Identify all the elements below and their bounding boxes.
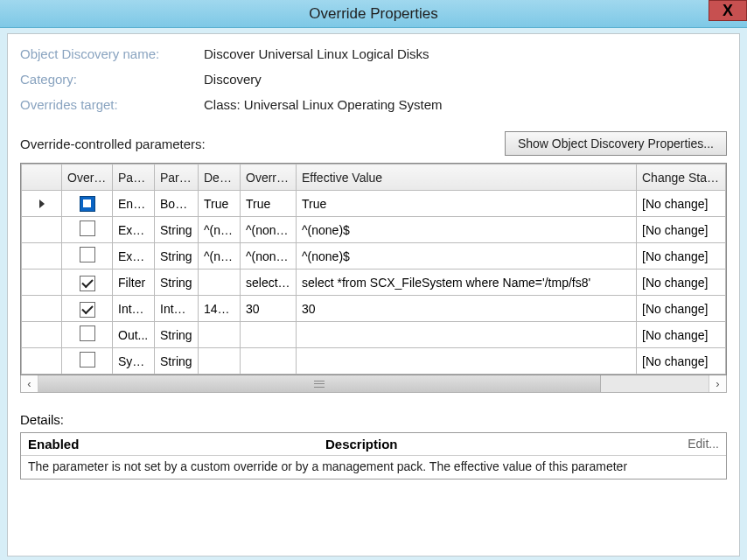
override-checkbox-cell[interactable] xyxy=(62,348,113,374)
row-selector[interactable] xyxy=(22,191,62,217)
param-name-cell: Syn... xyxy=(113,348,155,374)
override-checkbox[interactable] xyxy=(80,276,95,291)
show-properties-button[interactable]: Show Object Discovery Properties... xyxy=(505,131,727,156)
discovery-name-row: Object Discovery name: Discover Universa… xyxy=(20,46,727,61)
details-name-header: Enabled xyxy=(28,437,325,452)
param-name-cell: Excl... xyxy=(113,217,155,243)
override-value-cell[interactable] xyxy=(241,348,297,374)
scroll-thumb[interactable] xyxy=(38,375,601,392)
horizontal-scrollbar[interactable]: ‹ › xyxy=(20,375,727,393)
param-type-cell: Integer xyxy=(155,296,199,322)
override-checkbox[interactable] xyxy=(80,196,95,212)
table-row[interactable]: Excl...String^(no...^(none)$^(none)$[No … xyxy=(22,217,726,243)
row-selector[interactable] xyxy=(22,348,62,374)
change-status-cell: [No change] xyxy=(637,322,726,348)
details-edit-link[interactable]: Edit... xyxy=(688,437,719,452)
scroll-right-arrow-icon[interactable]: › xyxy=(709,375,726,392)
param-name-cell: Ena... xyxy=(113,191,155,217)
parameters-header-row: Override-controlled parameters: Show Obj… xyxy=(20,131,727,156)
default-value-cell xyxy=(199,322,241,348)
effective-value-cell[interactable]: 30 xyxy=(297,296,637,322)
default-value-cell: ^(no... xyxy=(199,217,241,243)
param-type-cell: Bool... xyxy=(155,191,199,217)
table-row[interactable]: Out...String[No change] xyxy=(22,322,726,348)
col-rowselector[interactable] xyxy=(22,164,62,191)
details-panel: Enabled Description Edit... The paramete… xyxy=(20,432,727,480)
override-value-cell[interactable]: True xyxy=(241,191,297,217)
target-label: Overrides target: xyxy=(20,97,204,112)
table-row[interactable]: Excl...String^(no...^(none)$^(none)$[No … xyxy=(22,243,726,270)
target-value: Class: Universal Linux Operating System xyxy=(204,97,443,112)
category-value: Discovery xyxy=(204,72,262,87)
col-param-type[interactable]: Parame xyxy=(155,164,199,191)
change-status-cell: [No change] xyxy=(637,243,726,270)
table-row[interactable]: Inter...Integer144003030[No change] xyxy=(22,296,726,322)
override-checkbox-cell[interactable] xyxy=(62,296,113,322)
override-checkbox[interactable] xyxy=(80,220,95,236)
scroll-grip-icon xyxy=(314,381,325,388)
default-value-cell: ^(no... xyxy=(199,243,241,270)
param-name-cell: Out... xyxy=(113,322,155,348)
override-checkbox-cell[interactable] xyxy=(62,270,113,296)
param-type-cell: String xyxy=(155,322,199,348)
override-value-cell[interactable]: 30 xyxy=(241,296,297,322)
effective-value-cell[interactable]: ^(none)$ xyxy=(297,217,637,243)
change-status-cell: [No change] xyxy=(637,191,726,217)
col-change-status[interactable]: Change Status xyxy=(637,164,726,191)
scroll-left-arrow-icon[interactable]: ‹ xyxy=(21,375,38,392)
override-checkbox-cell[interactable] xyxy=(62,243,113,270)
current-row-arrow-icon xyxy=(39,200,45,208)
effective-value-cell[interactable] xyxy=(297,348,637,374)
row-selector[interactable] xyxy=(22,296,62,322)
override-checkbox-cell[interactable] xyxy=(62,217,113,243)
parameters-table-wrap: Override Parame Parame Default Override … xyxy=(20,163,727,375)
col-override[interactable]: Override xyxy=(62,164,113,191)
parameters-section-label: Override-controlled parameters: xyxy=(20,136,206,151)
table-row[interactable]: FilterStringselect *f...select *from SCX… xyxy=(22,270,726,296)
row-selector[interactable] xyxy=(22,270,62,296)
table-row[interactable]: Syn...String[No change] xyxy=(22,348,726,374)
default-value-cell xyxy=(199,348,241,374)
param-type-cell: String xyxy=(155,217,199,243)
override-checkbox[interactable] xyxy=(80,247,95,262)
dialog-body: Object Discovery name: Discover Universa… xyxy=(7,33,740,556)
col-effective[interactable]: Effective Value xyxy=(297,164,637,191)
row-selector[interactable] xyxy=(22,217,62,243)
override-value-cell[interactable]: ^(none)$ xyxy=(241,243,297,270)
row-selector[interactable] xyxy=(22,322,62,348)
table-row[interactable]: Ena...Bool...TrueTrueTrue[No change] xyxy=(22,191,726,217)
effective-value-cell[interactable]: ^(none)$ xyxy=(297,243,637,270)
effective-value-cell[interactable]: select *from SCX_FileSystem where Name='… xyxy=(297,270,637,296)
override-checkbox[interactable] xyxy=(80,352,95,368)
col-override-val[interactable]: Override xyxy=(241,164,297,191)
param-name-cell: Inter... xyxy=(113,296,155,322)
change-status-cell: [No change] xyxy=(637,270,726,296)
col-default[interactable]: Default xyxy=(199,164,241,191)
details-header: Enabled Description Edit... xyxy=(21,433,726,456)
row-selector[interactable] xyxy=(22,243,62,270)
param-name-cell: Filter xyxy=(113,270,155,296)
col-param-name[interactable]: Parame xyxy=(113,164,155,191)
override-value-cell[interactable] xyxy=(241,322,297,348)
window-title: Override Properties xyxy=(309,5,437,23)
override-checkbox-cell[interactable] xyxy=(62,322,113,348)
default-value-cell: 14400 xyxy=(199,296,241,322)
param-name-cell: Excl... xyxy=(113,243,155,270)
scroll-track[interactable] xyxy=(38,375,709,392)
override-checkbox[interactable] xyxy=(80,302,95,318)
param-type-cell: String xyxy=(155,243,199,270)
effective-value-cell[interactable] xyxy=(297,322,637,348)
details-label: Details: xyxy=(20,412,727,427)
change-status-cell: [No change] xyxy=(637,296,726,322)
param-type-cell: String xyxy=(155,270,199,296)
effective-value-cell[interactable]: True xyxy=(297,191,637,217)
change-status-cell: [No change] xyxy=(637,217,726,243)
override-checkbox-cell[interactable] xyxy=(62,191,113,217)
override-value-cell[interactable]: select *f... xyxy=(241,270,297,296)
override-checkbox[interactable] xyxy=(80,326,95,341)
close-button[interactable]: X xyxy=(709,0,747,21)
override-value-cell[interactable]: ^(none)$ xyxy=(241,217,297,243)
category-label: Category: xyxy=(20,72,204,87)
default-value-cell: True xyxy=(199,191,241,217)
target-row: Overrides target: Class: Universal Linux… xyxy=(20,97,727,112)
